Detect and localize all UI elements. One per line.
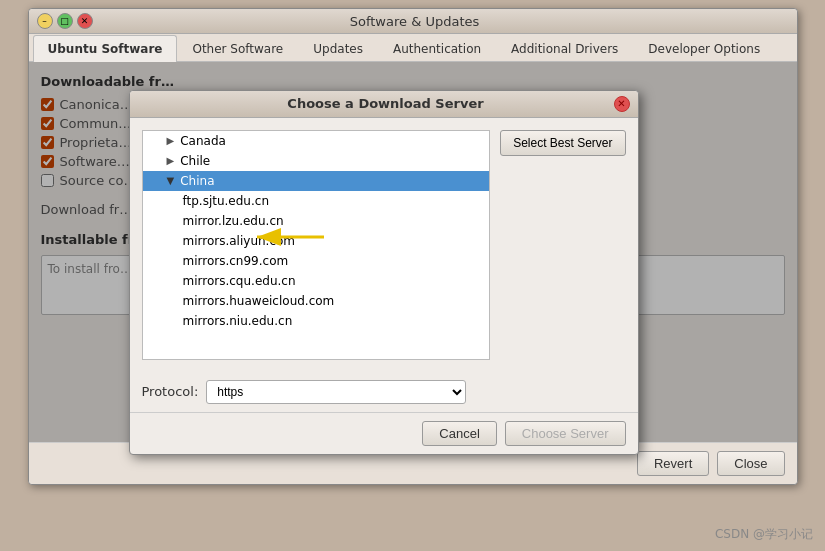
tab-authentication[interactable]: Authentication — [378, 35, 496, 62]
list-item-chile[interactable]: ▶ Chile — [143, 151, 490, 171]
tab-additional-drivers[interactable]: Additional Drivers — [496, 35, 633, 62]
watermark: CSDN @学习小记 — [715, 526, 813, 543]
title-bar: – □ ✕ Software & Updates — [29, 9, 797, 34]
list-item-mirrors-huawei[interactable]: mirrors.huaweicloud.com — [143, 291, 490, 311]
choose-server-button[interactable]: Choose Server — [505, 421, 626, 446]
modal-title-bar: Choose a Download Server ✕ — [130, 91, 638, 118]
window-controls: – □ ✕ — [37, 13, 93, 29]
modal-overlay: Choose a Download Server ✕ ▶ Canada — [29, 62, 797, 442]
tab-ubuntu-software[interactable]: Ubuntu Software — [33, 35, 178, 62]
revert-button[interactable]: Revert — [637, 451, 709, 476]
minimize-button[interactable]: – — [37, 13, 53, 29]
select-best-server-button[interactable]: Select Best Server — [500, 130, 625, 156]
list-item-china[interactable]: ▼ China — [143, 171, 490, 191]
list-item-mirrors-aliyun[interactable]: mirrors.aliyun.com — [143, 231, 490, 251]
list-item-ftp-sjtu[interactable]: ftp.sjtu.edu.cn — [143, 191, 490, 211]
tab-updates[interactable]: Updates — [298, 35, 378, 62]
protocol-select[interactable]: https http ftp — [206, 380, 466, 404]
list-item-mirrors-cqu[interactable]: mirrors.cqu.edu.cn — [143, 271, 490, 291]
modal-title: Choose a Download Server — [158, 96, 614, 111]
tree-expand-icon: ▶ — [167, 155, 175, 166]
main-window: – □ ✕ Software & Updates Ubuntu Software… — [28, 8, 798, 485]
tree-collapse-icon: ▼ — [167, 175, 175, 186]
modal-dialog: Choose a Download Server ✕ ▶ Canada — [129, 90, 639, 455]
protocol-row: Protocol: https http ftp — [130, 372, 638, 412]
tab-developer-options[interactable]: Developer Options — [633, 35, 775, 62]
cancel-button[interactable]: Cancel — [422, 421, 496, 446]
tab-bar: Ubuntu Software Other Software Updates A… — [29, 34, 797, 62]
protocol-label: Protocol: — [142, 384, 199, 399]
main-close-button[interactable]: Close — [717, 451, 784, 476]
maximize-button[interactable]: □ — [57, 13, 73, 29]
modal-close-button[interactable]: ✕ — [614, 96, 630, 112]
list-item-mirrors-niu[interactable]: mirrors.niu.edu.cn — [143, 311, 490, 331]
list-item-mirrors-cn99[interactable]: mirrors.cn99.com — [143, 251, 490, 271]
server-list[interactable]: ▶ Canada ▶ Chile ▼ China — [142, 130, 491, 360]
modal-body: ▶ Canada ▶ Chile ▼ China — [130, 118, 638, 372]
main-content: Downloadable fr… Canonica… Commun… Propr… — [29, 62, 797, 442]
tab-other-software[interactable]: Other Software — [177, 35, 298, 62]
list-item-canada[interactable]: ▶ Canada — [143, 131, 490, 151]
window-title: Software & Updates — [93, 14, 737, 29]
tree-expand-icon: ▶ — [167, 135, 175, 146]
close-button[interactable]: ✕ — [77, 13, 93, 29]
modal-footer: Cancel Choose Server — [130, 412, 638, 454]
list-item-mirror-lzu[interactable]: mirror.lzu.edu.cn — [143, 211, 490, 231]
